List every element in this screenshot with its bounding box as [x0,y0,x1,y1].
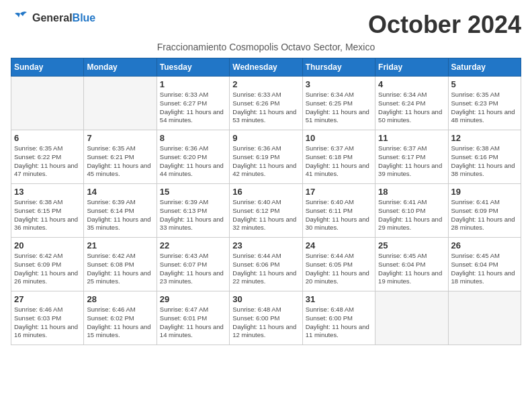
day-info: Sunrise: 6:46 AMSunset: 6:03 PMDaylight:… [14,306,81,340]
day-number: 27 [14,294,81,304]
day-info: Sunrise: 6:35 AMSunset: 6:21 PMDaylight:… [87,144,153,179]
day-number: 5 [451,79,518,89]
day-info: Sunrise: 6:35 AMSunset: 6:23 PMDaylight:… [451,91,518,125]
day-number: 12 [451,133,518,143]
calendar-cell: 18Sunrise: 6:41 AMSunset: 6:10 PMDayligh… [375,184,448,238]
calendar-cell: 13Sunrise: 6:38 AMSunset: 6:15 PMDayligh… [11,184,84,238]
day-info: Sunrise: 6:37 AMSunset: 6:18 PMDaylight:… [306,144,372,179]
day-info: Sunrise: 6:36 AMSunset: 6:19 PMDaylight:… [232,144,299,179]
day-number: 20 [14,240,81,250]
logo: GeneralBlue [11,11,95,26]
calendar-week-row: 13Sunrise: 6:38 AMSunset: 6:15 PMDayligh… [11,184,521,238]
day-number: 21 [87,240,153,250]
day-number: 16 [232,187,299,197]
day-number: 15 [160,187,226,197]
calendar-cell [11,77,84,130]
day-number: 28 [87,294,153,304]
calendar-cell: 2Sunrise: 6:33 AMSunset: 6:26 PMDaylight… [230,77,302,130]
day-number: 18 [378,187,445,197]
day-number: 22 [160,240,226,250]
calendar-cell: 26Sunrise: 6:45 AMSunset: 6:04 PMDayligh… [448,238,521,291]
calendar-cell: 31Sunrise: 6:48 AMSunset: 6:00 PMDayligh… [302,291,375,345]
calendar-cell: 16Sunrise: 6:40 AMSunset: 6:12 PMDayligh… [230,184,302,238]
calendar-cell [375,291,448,345]
weekday-tuesday: Tuesday [157,58,229,77]
day-number: 23 [232,240,299,250]
day-number: 8 [160,133,226,143]
day-info: Sunrise: 6:36 AMSunset: 6:20 PMDaylight:… [160,144,226,179]
day-info: Sunrise: 6:48 AMSunset: 6:00 PMDaylight:… [232,306,299,340]
day-info: Sunrise: 6:39 AMSunset: 6:13 PMDaylight:… [160,198,226,232]
day-info: Sunrise: 6:38 AMSunset: 6:15 PMDaylight:… [14,198,81,232]
day-info: Sunrise: 6:33 AMSunset: 6:27 PMDaylight:… [160,91,226,125]
day-info: Sunrise: 6:43 AMSunset: 6:07 PMDaylight:… [160,252,226,286]
day-number: 31 [306,294,372,304]
calendar-cell [448,291,521,345]
calendar-week-row: 27Sunrise: 6:46 AMSunset: 6:03 PMDayligh… [11,291,521,345]
day-info: Sunrise: 6:44 AMSunset: 6:06 PMDaylight:… [232,252,299,286]
calendar-cell: 21Sunrise: 6:42 AMSunset: 6:08 PMDayligh… [84,238,157,291]
day-number: 2 [232,79,299,89]
calendar-cell: 19Sunrise: 6:41 AMSunset: 6:09 PMDayligh… [448,184,521,238]
day-number: 26 [451,240,518,250]
calendar-cell: 5Sunrise: 6:35 AMSunset: 6:23 PMDaylight… [448,77,521,130]
weekday-sunday: Sunday [11,58,84,77]
day-info: Sunrise: 6:47 AMSunset: 6:01 PMDaylight:… [160,306,226,340]
calendar-cell: 29Sunrise: 6:47 AMSunset: 6:01 PMDayligh… [157,291,229,345]
calendar-cell: 9Sunrise: 6:36 AMSunset: 6:19 PMDaylight… [230,130,302,184]
day-info: Sunrise: 6:33 AMSunset: 6:26 PMDaylight:… [232,91,299,125]
day-number: 4 [378,79,445,89]
day-info: Sunrise: 6:41 AMSunset: 6:09 PMDaylight:… [451,198,518,232]
day-number: 3 [306,79,372,89]
page-header: GeneralBlue October 2024 [11,11,521,39]
day-info: Sunrise: 6:35 AMSunset: 6:22 PMDaylight:… [14,144,81,179]
calendar-cell: 25Sunrise: 6:45 AMSunset: 6:04 PMDayligh… [375,238,448,291]
day-info: Sunrise: 6:44 AMSunset: 6:05 PMDaylight:… [306,252,372,286]
calendar-cell: 7Sunrise: 6:35 AMSunset: 6:21 PMDaylight… [84,130,157,184]
day-number: 24 [306,240,372,250]
day-info: Sunrise: 6:38 AMSunset: 6:16 PMDaylight:… [451,144,518,179]
day-info: Sunrise: 6:39 AMSunset: 6:14 PMDaylight:… [87,198,153,232]
day-number: 6 [14,133,81,143]
day-number: 11 [378,133,445,143]
day-info: Sunrise: 6:48 AMSunset: 6:00 PMDaylight:… [306,306,372,340]
day-number: 19 [451,187,518,197]
day-info: Sunrise: 6:34 AMSunset: 6:24 PMDaylight:… [378,91,445,125]
day-info: Sunrise: 6:42 AMSunset: 6:08 PMDaylight:… [87,252,153,286]
day-number: 29 [160,294,226,304]
calendar-week-row: 6Sunrise: 6:35 AMSunset: 6:22 PMDaylight… [11,130,521,184]
day-number: 10 [306,133,372,143]
day-info: Sunrise: 6:45 AMSunset: 6:04 PMDaylight:… [451,252,518,286]
day-info: Sunrise: 6:40 AMSunset: 6:11 PMDaylight:… [306,198,372,232]
day-number: 30 [232,294,299,304]
calendar-cell: 20Sunrise: 6:42 AMSunset: 6:09 PMDayligh… [11,238,84,291]
calendar-cell: 17Sunrise: 6:40 AMSunset: 6:11 PMDayligh… [302,184,375,238]
calendar-cell: 8Sunrise: 6:36 AMSunset: 6:20 PMDaylight… [157,130,229,184]
calendar-table: SundayMondayTuesdayWednesdayThursdayFrid… [11,58,521,345]
weekday-wednesday: Wednesday [230,58,302,77]
calendar-cell: 24Sunrise: 6:44 AMSunset: 6:05 PMDayligh… [302,238,375,291]
day-number: 14 [87,187,153,197]
weekday-friday: Friday [375,58,448,77]
calendar-cell: 12Sunrise: 6:38 AMSunset: 6:16 PMDayligh… [448,130,521,184]
day-info: Sunrise: 6:40 AMSunset: 6:12 PMDaylight:… [232,198,299,232]
calendar-cell: 10Sunrise: 6:37 AMSunset: 6:18 PMDayligh… [302,130,375,184]
day-info: Sunrise: 6:37 AMSunset: 6:17 PMDaylight:… [378,144,445,179]
day-info: Sunrise: 6:34 AMSunset: 6:25 PMDaylight:… [306,91,372,125]
day-number: 17 [306,187,372,197]
day-number: 9 [232,133,299,143]
calendar-cell: 15Sunrise: 6:39 AMSunset: 6:13 PMDayligh… [157,184,229,238]
month-title: October 2024 [368,11,521,39]
day-number: 13 [14,187,81,197]
calendar-week-row: 20Sunrise: 6:42 AMSunset: 6:09 PMDayligh… [11,238,521,291]
calendar-cell: 11Sunrise: 6:37 AMSunset: 6:17 PMDayligh… [375,130,448,184]
calendar-cell [84,77,157,130]
logo-general: General [32,12,73,24]
calendar-cell: 28Sunrise: 6:46 AMSunset: 6:02 PMDayligh… [84,291,157,345]
calendar-cell: 30Sunrise: 6:48 AMSunset: 6:00 PMDayligh… [230,291,302,345]
calendar-cell: 1Sunrise: 6:33 AMSunset: 6:27 PMDaylight… [157,77,229,130]
day-number: 1 [160,79,226,89]
calendar-cell: 14Sunrise: 6:39 AMSunset: 6:14 PMDayligh… [84,184,157,238]
day-info: Sunrise: 6:46 AMSunset: 6:02 PMDaylight:… [87,306,153,340]
calendar-cell: 23Sunrise: 6:44 AMSunset: 6:06 PMDayligh… [230,238,302,291]
